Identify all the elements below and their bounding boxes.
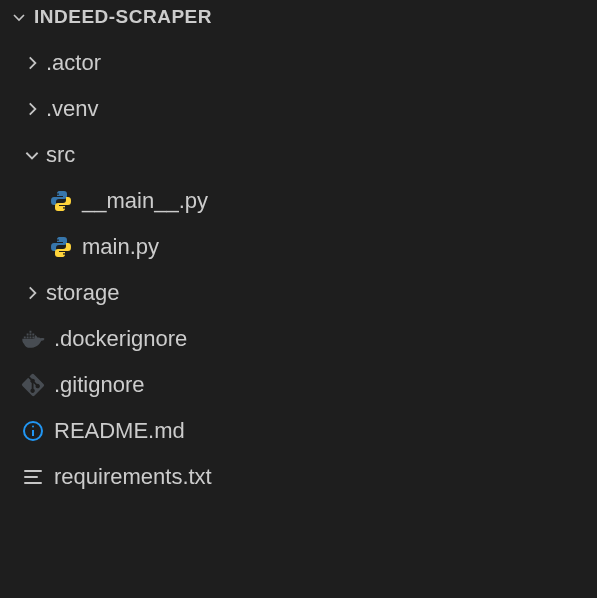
svg-point-2 — [32, 426, 34, 428]
chevron-down-icon — [18, 146, 46, 164]
folder-label: .venv — [46, 96, 99, 122]
file-requirements[interactable]: requirements.txt — [0, 454, 597, 500]
folder-label: storage — [46, 280, 119, 306]
explorer-root-title: INDEED-SCRAPER — [34, 6, 212, 28]
file-main-py[interactable]: main.py — [0, 224, 597, 270]
file-label: .dockerignore — [54, 326, 187, 352]
chevron-down-icon — [8, 9, 30, 25]
folder-venv[interactable]: .venv — [0, 86, 597, 132]
file-gitignore[interactable]: .gitignore — [0, 362, 597, 408]
file-label: main.py — [82, 234, 159, 260]
file-label: README.md — [54, 418, 185, 444]
folder-storage[interactable]: storage — [0, 270, 597, 316]
python-icon — [46, 235, 76, 259]
chevron-right-icon — [18, 284, 46, 302]
info-icon — [18, 419, 48, 443]
folder-actor[interactable]: .actor — [0, 40, 597, 86]
python-icon — [46, 189, 76, 213]
folder-src[interactable]: src — [0, 132, 597, 178]
file-tree: .actor .venv src __main__.py main.py sto… — [0, 38, 597, 500]
git-icon — [18, 373, 48, 397]
file-main-dunder-py[interactable]: __main__.py — [0, 178, 597, 224]
docker-icon — [18, 327, 48, 351]
file-dockerignore[interactable]: .dockerignore — [0, 316, 597, 362]
chevron-right-icon — [18, 54, 46, 72]
file-readme[interactable]: README.md — [0, 408, 597, 454]
file-label: requirements.txt — [54, 464, 212, 490]
folder-label: .actor — [46, 50, 101, 76]
file-label: __main__.py — [82, 188, 208, 214]
folder-label: src — [46, 142, 75, 168]
explorer-root-header[interactable]: INDEED-SCRAPER — [0, 0, 597, 38]
file-label: .gitignore — [54, 372, 145, 398]
chevron-right-icon — [18, 100, 46, 118]
text-lines-icon — [18, 465, 48, 489]
